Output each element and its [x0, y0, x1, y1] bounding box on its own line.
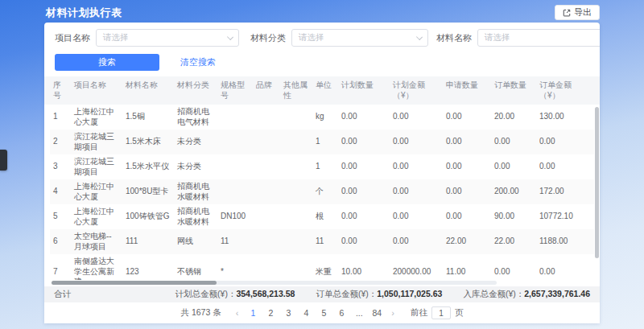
table-cell: 22.00 [491, 234, 536, 249]
table-header-row: 序号项目名称材料名称材料分类规格型号品牌其他属性单位计划数量计划金额（¥）申请数… [44, 76, 600, 105]
table-cell: 网线 [174, 234, 217, 249]
table-cell: 招商机电 水暖材料 [174, 179, 217, 204]
table-cell: kg [312, 109, 338, 125]
column-header: 品牌 [253, 76, 280, 105]
table-cell: 200.00 [491, 184, 536, 199]
table-cell [253, 165, 280, 170]
page-ellipsis[interactable]: ... [353, 308, 365, 318]
table-cell: 6 [50, 234, 71, 249]
summary-total: 计划总金额(¥)：354,568,213.58 [175, 289, 295, 300]
pagination: 共 1673 条 ‹ 123456...84 › 前往 页 [44, 302, 600, 323]
table-cell: 1.5米木床 [122, 134, 174, 150]
table-cell: 0.00 [443, 134, 491, 150]
column-header: 计划金额（¥） [390, 76, 443, 105]
table-cell: 0.00 [491, 265, 536, 280]
page-button[interactable]: 3 [282, 308, 295, 318]
summary-label: 合计 [54, 289, 71, 300]
horizontal-scrollbar[interactable] [52, 281, 497, 285]
table-cell: 上海松江中心大厦 [71, 105, 122, 130]
project-name-select[interactable]: 请选择 [96, 29, 239, 47]
export-icon [563, 9, 571, 17]
table-cell: 南侧盛达大学生公寓新建 [71, 254, 122, 280]
table-cell [280, 165, 312, 170]
table-cell: 米重 [312, 265, 338, 280]
export-button[interactable]: 导出 [555, 5, 600, 20]
vertical-scrollbar[interactable] [595, 107, 599, 275]
clear-search-link[interactable]: 清空搜索 [180, 56, 216, 68]
page-button[interactable]: 4 [299, 308, 312, 318]
table-cell: 2 [50, 134, 71, 150]
material-name-select[interactable]: 请选择 [477, 29, 600, 47]
table-cell: 0.00 [443, 184, 491, 199]
table-cell: 招商机电 电气材料 [174, 105, 217, 130]
table-cell: 11.00 [443, 265, 491, 280]
page-button[interactable]: 84 [370, 308, 383, 318]
table-cell [253, 269, 280, 274]
column-header: 其他属性 [280, 76, 312, 105]
table-cell: 0.00 [536, 265, 594, 280]
table-cell: 3 [50, 159, 71, 175]
table-cell [217, 190, 253, 195]
column-header: 计划数量 [338, 76, 390, 105]
chevron-down-icon [227, 34, 233, 40]
table-cell: 123 [122, 265, 174, 280]
table-cell: 0.00 [443, 159, 491, 175]
table-cell: 未分类 [174, 134, 217, 150]
next-page-icon[interactable]: › [388, 308, 398, 318]
goto-prefix: 前往 [411, 307, 427, 319]
table-cell [280, 240, 312, 245]
table-row: 3滨江花城三期项目1.5米水平仪未分类10.000.000.000.000.00 [50, 154, 594, 179]
table-row: 6太空电梯--月球项目111网线11110.000.0022.0022.0011… [50, 229, 594, 254]
page-button[interactable]: 1 [246, 308, 259, 318]
filter-project-name: 项目名称 请选择 [55, 29, 250, 47]
search-button[interactable]: 搜索 [55, 54, 159, 71]
collapsed-side-widget[interactable] [0, 150, 7, 171]
table-cell: 滨江花城三期项目 [71, 130, 122, 154]
table-cell: 太空电梯--月球项目 [71, 229, 122, 254]
vertical-scrollbar-thumb[interactable] [595, 107, 599, 258]
summary-total: 订单总金额(¥)：1,050,117,025.63 [316, 289, 442, 300]
pagination-pages: 123456...84 [246, 308, 383, 318]
table-cell: 100铸铁管G [122, 209, 174, 224]
filter-material-category: 材料分类 请选择 [250, 29, 436, 47]
horizontal-scrollbar-thumb[interactable] [52, 281, 217, 285]
table-cell: 0.00 [491, 159, 536, 175]
table-row: 7南侧盛达大学生公寓新建123不锈钢*米重10.00200000.0011.00… [50, 254, 594, 280]
table-cell: 100*8U型卡 [122, 184, 174, 199]
page-button[interactable]: 2 [264, 308, 277, 318]
select-placeholder: 请选择 [485, 32, 510, 43]
table-cell [280, 215, 312, 220]
column-header: 申请数量 [443, 76, 491, 105]
prev-page-icon[interactable]: ‹ [233, 308, 242, 318]
export-label: 导出 [574, 6, 592, 19]
material-category-select[interactable]: 请选择 [291, 29, 428, 47]
select-placeholder: 请选择 [299, 32, 324, 43]
table-cell: 根 [312, 209, 338, 224]
table-cell [253, 215, 280, 220]
table-cell: 上海松江中心大厦 [71, 204, 122, 229]
table-cell: 0.00 [390, 184, 443, 199]
goto-page-input[interactable] [431, 306, 451, 319]
column-header: 订单数量 [491, 76, 536, 105]
page-button[interactable]: 5 [317, 308, 330, 318]
table-cell: 11 [217, 234, 253, 249]
table-cell: 个 [312, 184, 338, 199]
table-row: 4上海松江中心大厦100*8U型卡招商机电 水暖材料个0.000.000.002… [50, 179, 594, 204]
table-cell: 0.00 [390, 134, 443, 150]
page-button[interactable]: 6 [335, 308, 348, 318]
column-header: 规格型号 [217, 76, 253, 105]
summary-totals: 计划总金额(¥)：354,568,213.58订单总金额(¥)：1,050,11… [175, 289, 590, 300]
table-cell: 0.00 [338, 134, 390, 150]
table-cell: 1.5铜 [122, 109, 174, 125]
table-cell: 0.00 [443, 209, 491, 224]
column-header: 项目名称 [71, 76, 122, 105]
pagination-total: 共 1673 条 [180, 307, 221, 319]
table-cell [253, 140, 280, 145]
table-cell: 1188.00 [536, 234, 594, 249]
filter-label: 材料名称 [436, 32, 472, 44]
page-title: 材料计划执行表 [46, 6, 122, 20]
filter-bar: 项目名称 请选择 材料分类 请选择 材料名称 请选择 [44, 23, 600, 47]
table-cell: 0.00 [491, 134, 536, 150]
table-cell [280, 269, 312, 274]
table-cell [280, 190, 312, 195]
